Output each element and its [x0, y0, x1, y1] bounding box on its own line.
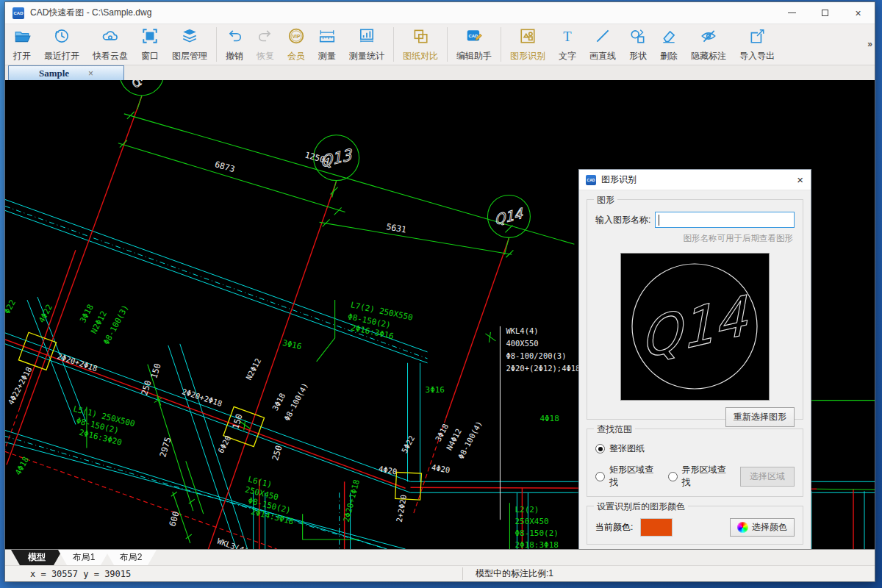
toolbar-hide-annotation[interactable]: 隐藏标注 [684, 24, 733, 65]
main-toolbar: 打开 最近打开 快看云盘 窗口 图层管理 撤销 恢复 VIP 会员 [5, 24, 875, 65]
toolbar-separator [216, 27, 217, 62]
toolbar-delete[interactable]: 删除 [653, 24, 684, 65]
search-range-groupbox: 查找范围 整张图纸 矩形区域查找 异形区域查找 选择区域 [587, 429, 803, 497]
pick-color-button[interactable]: 选择颜色 [730, 518, 795, 537]
open-folder-icon [13, 27, 31, 45]
shape-name-input[interactable] [655, 212, 795, 228]
toolbar-undo[interactable]: 撤销 [219, 24, 250, 65]
clock-icon [53, 27, 71, 45]
toolbar-overflow-chevron[interactable]: » [867, 39, 872, 49]
rebar-label: 3Φ18 [434, 423, 450, 443]
close-icon: × [855, 8, 861, 18]
edit-assistant-icon: CAD [465, 27, 483, 45]
rebar-label: 4Φ20 [378, 464, 398, 476]
rebar-label: 4Φ18 [13, 455, 31, 476]
line-tool-icon [594, 27, 612, 45]
axis-bubble-label: Q12 [129, 80, 149, 90]
groupbox-legend: 图形 [594, 194, 617, 207]
toolbar-vip[interactable]: VIP 会员 [281, 24, 312, 65]
toolbar-recent[interactable]: 最近打开 [37, 24, 86, 65]
rebar-label: 3Φ16 [282, 338, 303, 351]
dimension-text: 250 [270, 444, 284, 462]
radio-rect-region[interactable] [595, 472, 605, 481]
toolbar-cloud[interactable]: 快看云盘 [86, 24, 135, 65]
toolbar-shapes[interactable]: 形状 [623, 24, 653, 65]
toolbar-open[interactable]: 打开 [7, 24, 37, 65]
toolbar-draw-line[interactable]: 画直线 [583, 24, 623, 65]
svg-text:VIP: VIP [293, 34, 301, 39]
document-tab-bar: Sample × [5, 65, 875, 80]
dimension-text: 5631 [385, 221, 407, 235]
beam-label: Φ8-100/200(3) [506, 351, 566, 360]
status-divider [462, 567, 463, 580]
toolbar-import-export[interactable]: 导入导出 [733, 24, 781, 65]
compare-sheets-icon [412, 27, 429, 45]
rebar-label: 3Φ16 [426, 385, 445, 395]
toolbar-window[interactable]: 窗口 [135, 24, 165, 65]
beam-label: 2Φ20+(2Φ12);4Φ18 [506, 364, 580, 373]
toolbar-shape-recognition[interactable]: 图形识别 [503, 24, 552, 65]
eraser-icon [660, 27, 678, 45]
document-tab-sample[interactable]: Sample × [8, 65, 124, 80]
axis-bubble-label: Q14 [494, 204, 524, 228]
result-color-groupbox: 设置识别后的图形颜色 当前颜色: 选择颜色 [587, 506, 803, 545]
rebar-label: 4Φ20 [431, 463, 451, 475]
toolbar-separator [501, 27, 501, 62]
radio-poly-region-label: 异形区域查找 [682, 464, 729, 489]
rebar-label: 4Φ18 [539, 414, 559, 423]
minimize-icon [788, 12, 796, 13]
toolbar-redo: 恢复 [250, 24, 281, 65]
ruler-icon [318, 27, 336, 45]
toolbar-edit-assistant[interactable]: CAD 编辑助手 [450, 24, 498, 65]
dialog-close-icon[interactable]: × [797, 174, 803, 185]
vip-badge-icon: VIP [287, 27, 305, 45]
current-color-label: 当前颜色: [595, 521, 633, 534]
tab-layout2[interactable]: 布局2 [105, 550, 157, 565]
maximize-icon [822, 10, 828, 16]
tab-model[interactable]: 模型 [11, 550, 62, 565]
beam-label: Φ8-150(2) [514, 528, 559, 538]
annotation-scale: 模型中的标注比例:1 [476, 567, 553, 580]
dialog-logo-icon: CAD [586, 175, 596, 185]
tab-layout1[interactable]: 布局1 [58, 550, 110, 565]
redo-icon [257, 27, 274, 45]
toolbar-text[interactable]: T 文字 [552, 24, 583, 65]
shape-groupbox: 图形 输入图形名称: 图形名称可用于后期查看图形 Q14 重新选择图形 [587, 199, 803, 420]
layout-tab-bar: 模型 布局1 布局2 [5, 549, 875, 565]
radio-poly-region[interactable] [668, 472, 678, 481]
shape-preview: Q14 [620, 253, 770, 401]
beam-label: 2Φ18:3Φ18 [514, 540, 559, 549]
document-tab-label: Sample [39, 68, 69, 79]
text-caret [659, 215, 659, 226]
rebar-label: 3Φ18 [78, 303, 96, 324]
rebar-label: Φ8-100(3) [101, 304, 130, 347]
rebar-label: 2Φ20+2Φ18 [181, 387, 223, 408]
status-bar: x = 30557 y = 39015 模型中的标注比例:1 [5, 565, 875, 581]
radio-rect-region-label: 矩形区域查找 [609, 464, 656, 489]
toolbar-measure[interactable]: 测量 [312, 24, 343, 65]
shape-name-label: 输入图形名称: [595, 214, 650, 226]
toolbar-measure-stats[interactable]: 测量统计 [343, 24, 391, 65]
dimension-text: 600 [167, 510, 181, 528]
select-area-button: 选择区域 [740, 467, 795, 487]
minimize-button[interactable] [775, 2, 808, 24]
reselect-shape-button[interactable]: 重新选择图形 [725, 407, 795, 427]
text-tool-icon: T [559, 27, 576, 45]
dialog-title-bar[interactable]: CAD 图形识别 × [579, 170, 811, 190]
toolbar-compare[interactable]: 图纸对比 [396, 24, 445, 65]
toolbar-layers[interactable]: 图层管理 [165, 24, 214, 65]
cursor-coordinates: x = 30557 y = 39015 [5, 569, 131, 579]
beam-label: 250X450 [514, 517, 548, 526]
layers-icon [181, 27, 198, 45]
tab-close-icon[interactable]: × [88, 68, 93, 79]
groupbox-legend: 查找范围 [594, 423, 635, 436]
drawing-canvas[interactable]: Q12 Q13 Q14 12504 6873 5631 2975 600 250… [5, 80, 875, 549]
preview-bubble-label: Q14 [639, 284, 750, 370]
shapes-tool-icon [629, 27, 647, 45]
maximize-button[interactable] [808, 2, 842, 24]
radio-full-sheet[interactable] [595, 444, 605, 453]
dialog-title: 图形识别 [601, 173, 637, 186]
rebar-label: 4Φ22+2Φ18 [6, 365, 33, 406]
close-button[interactable]: × [842, 2, 875, 24]
undo-icon [226, 27, 243, 45]
